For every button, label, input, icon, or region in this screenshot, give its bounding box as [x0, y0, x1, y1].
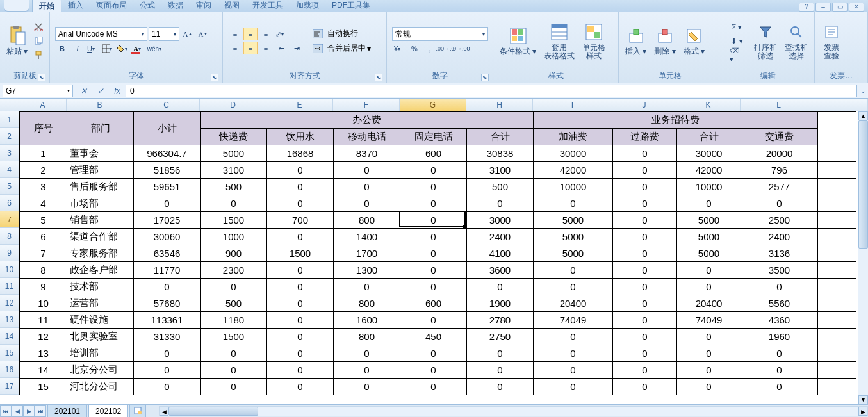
- cell[interactable]: 0: [334, 162, 400, 179]
- autosum-button[interactable]: Σ ▾: [726, 20, 748, 33]
- cell[interactable]: 0: [134, 279, 201, 295]
- cell[interactable]: 3500: [741, 262, 818, 279]
- cell[interactable]: 10000: [534, 179, 613, 195]
- cell[interactable]: 800: [334, 212, 400, 229]
- cell[interactable]: 0: [613, 145, 677, 162]
- underline-button[interactable]: U▾: [86, 42, 100, 55]
- cell[interactable]: 1: [20, 145, 67, 162]
- cell-styles-button[interactable]: 单元格 样式: [578, 20, 609, 61]
- row-header-10[interactable]: 10: [0, 261, 19, 278]
- column-header-J[interactable]: J: [612, 99, 676, 111]
- cell[interactable]: 0: [267, 179, 334, 195]
- vscroll-thumb[interactable]: [858, 120, 868, 249]
- cell[interactable]: 2750: [467, 329, 534, 345]
- cell[interactable]: 1500: [201, 329, 267, 345]
- align-dialog-icon[interactable]: ⬊: [375, 74, 382, 81]
- cell[interactable]: 运营部: [67, 295, 134, 312]
- cell[interactable]: 0: [267, 362, 334, 379]
- cell[interactable]: 2500: [741, 212, 818, 229]
- cell[interactable]: 1900: [467, 295, 534, 312]
- cell[interactable]: [818, 295, 856, 312]
- worksheet-grid[interactable]: ABCDEFGHIJKL 1234567891011121314151617 序…: [0, 99, 868, 404]
- ribbon-tab-9[interactable]: PDF工具集: [325, 0, 377, 12]
- cell[interactable]: 0: [400, 195, 467, 212]
- cell[interactable]: 固定电话: [400, 129, 467, 145]
- hscroll-thumb[interactable]: [168, 407, 258, 416]
- cell[interactable]: [818, 229, 856, 245]
- cell[interactable]: 0: [400, 362, 467, 379]
- cell[interactable]: 0: [741, 195, 818, 212]
- row-header-17[interactable]: 17: [0, 378, 19, 395]
- column-header-G[interactable]: G: [400, 99, 466, 111]
- cell[interactable]: 0: [467, 345, 534, 362]
- sheet-nav-first-icon[interactable]: ⏮: [0, 405, 12, 417]
- vertical-scrollbar[interactable]: ▲ ▼: [858, 111, 868, 404]
- column-header-L[interactable]: L: [741, 99, 817, 111]
- help-icon[interactable]: ?: [799, 3, 814, 12]
- cell[interactable]: 63546: [134, 245, 201, 262]
- increase-decimal-button[interactable]: .00→.0: [438, 42, 452, 55]
- cell[interactable]: 1180: [201, 312, 267, 329]
- cell[interactable]: 0: [741, 362, 818, 379]
- cell[interactable]: 0: [613, 262, 677, 279]
- cell[interactable]: 0: [677, 262, 741, 279]
- cell[interactable]: 0: [134, 379, 201, 395]
- cell[interactable]: 0: [134, 195, 201, 212]
- cell[interactable]: 30060: [134, 229, 201, 245]
- cell[interactable]: 0: [677, 195, 741, 212]
- cell[interactable]: 796: [741, 162, 818, 179]
- align-top-button[interactable]: ≡: [228, 28, 242, 40]
- column-header-A[interactable]: A: [19, 99, 67, 111]
- cell[interactable]: 0: [741, 379, 818, 395]
- cell[interactable]: 0: [741, 345, 818, 362]
- cell[interactable]: 0: [334, 362, 400, 379]
- cell[interactable]: 700: [267, 212, 334, 229]
- decrease-indent-button[interactable]: ⇤: [274, 42, 288, 54]
- cell[interactable]: 5560: [741, 295, 818, 312]
- ribbon-tab-3[interactable]: 公式: [133, 0, 161, 12]
- cell[interactable]: [818, 262, 856, 279]
- cell[interactable]: [818, 195, 856, 212]
- ribbon-tab-2[interactable]: 页面布局: [90, 0, 133, 12]
- cell[interactable]: 1700: [334, 245, 400, 262]
- row-header-14[interactable]: 14: [0, 328, 19, 345]
- cell[interactable]: 0: [334, 379, 400, 395]
- column-header-C[interactable]: C: [133, 99, 200, 111]
- cell[interactable]: 0: [677, 379, 741, 395]
- cell[interactable]: 16868: [267, 145, 334, 162]
- cell[interactable]: 42000: [534, 162, 613, 179]
- cell[interactable]: 政企客户部: [67, 262, 134, 279]
- format-cells-button[interactable]: 格式 ▾: [680, 24, 708, 57]
- cell[interactable]: 4100: [467, 245, 534, 262]
- cell[interactable]: 过路费: [613, 129, 677, 145]
- cell[interactable]: 0: [400, 379, 467, 395]
- cell[interactable]: 0: [741, 279, 818, 295]
- cell[interactable]: 0: [613, 329, 677, 345]
- sort-filter-button[interactable]: 排序和 筛选: [750, 20, 781, 61]
- decrease-decimal-button[interactable]: .0→.00: [454, 42, 468, 55]
- cell[interactable]: 5000: [534, 212, 613, 229]
- restore-window-icon[interactable]: ▭: [832, 3, 848, 12]
- cell[interactable]: 30000: [534, 145, 613, 162]
- cell[interactable]: 10000: [677, 179, 741, 195]
- sheet-tab-202101[interactable]: 202101: [47, 405, 87, 417]
- cell[interactable]: 6: [20, 229, 67, 245]
- cell[interactable]: 北奥实验室: [67, 329, 134, 345]
- cell[interactable]: 42000: [677, 162, 741, 179]
- column-header-B[interactable]: B: [67, 99, 133, 111]
- cell[interactable]: 51856: [134, 162, 201, 179]
- align-bottom-button[interactable]: ≡: [259, 28, 273, 40]
- comma-format-button[interactable]: ,: [423, 42, 437, 55]
- cell[interactable]: [818, 179, 856, 195]
- cell[interactable]: 5000: [677, 212, 741, 229]
- cancel-formula-icon[interactable]: ✕: [76, 86, 92, 95]
- cell[interactable]: 0: [534, 379, 613, 395]
- cell[interactable]: 0: [677, 345, 741, 362]
- cell[interactable]: 900: [201, 245, 267, 262]
- cell[interactable]: 移动电话: [334, 129, 400, 145]
- cell[interactable]: 450: [400, 329, 467, 345]
- scroll-down-icon[interactable]: ▼: [858, 395, 868, 404]
- cell[interactable]: 11: [20, 312, 67, 329]
- cell[interactable]: 2577: [741, 179, 818, 195]
- cell[interactable]: 0: [613, 379, 677, 395]
